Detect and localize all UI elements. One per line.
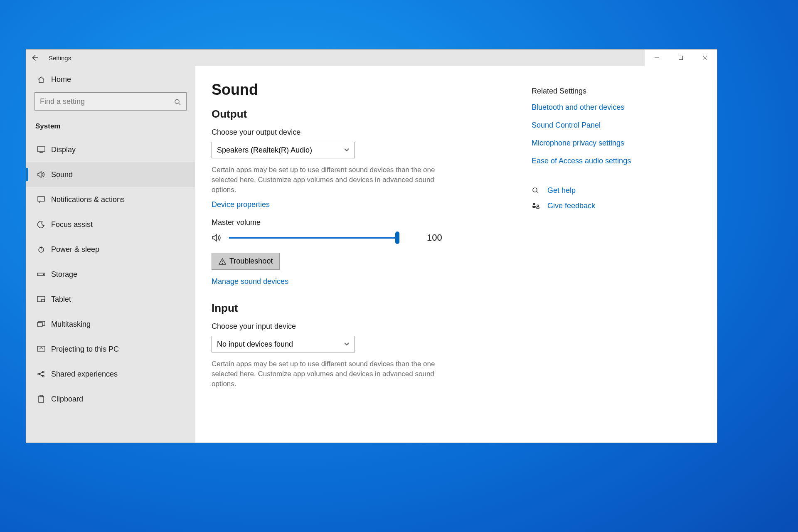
- nav-display[interactable]: Display: [26, 137, 195, 162]
- tablet-icon: [35, 296, 47, 303]
- notifications-icon: [35, 196, 47, 203]
- search-input[interactable]: [34, 92, 187, 111]
- settings-window: Settings Home: [26, 49, 717, 443]
- feedback-icon: [532, 202, 540, 210]
- svg-point-12: [43, 274, 44, 275]
- input-helper: Certain apps may be set up to use differ…: [212, 359, 448, 389]
- chevron-down-icon: [344, 342, 350, 346]
- search-wrap: [26, 89, 195, 116]
- minimize-button[interactable]: [645, 49, 669, 66]
- give-feedback-link[interactable]: Give feedback: [547, 202, 595, 210]
- nav-multitasking[interactable]: Multitasking: [26, 312, 195, 337]
- svg-rect-15: [37, 323, 42, 326]
- nav-tablet[interactable]: Tablet: [26, 287, 195, 312]
- sidebar: Home System Display Sound Notifications …: [26, 66, 195, 443]
- output-device-value: Speakers (Realtek(R) Audio): [217, 146, 312, 155]
- svg-point-25: [222, 263, 223, 264]
- display-icon: [35, 146, 47, 153]
- link-sound-control-panel[interactable]: Sound Control Panel: [532, 121, 665, 130]
- related-heading: Related Settings: [532, 87, 665, 96]
- maximize-button[interactable]: [669, 49, 693, 66]
- nav-label: Power & sleep: [51, 245, 99, 254]
- output-device-dropdown[interactable]: Speakers (Realtek(R) Audio): [212, 142, 355, 158]
- nav-label: Projecting to this PC: [51, 345, 119, 354]
- shared-icon: [35, 370, 47, 378]
- nav-label: Sound: [51, 170, 73, 179]
- nav-clipboard[interactable]: Clipboard: [26, 387, 195, 411]
- moon-icon: [35, 221, 47, 228]
- input-device-value: No input devices found: [217, 340, 293, 349]
- warning-icon: [219, 258, 226, 265]
- back-button[interactable]: [26, 49, 43, 66]
- nav-home-label: Home: [51, 75, 71, 84]
- output-helper: Certain apps may be set up to use differ…: [212, 165, 448, 195]
- svg-line-21: [39, 374, 42, 376]
- arrow-left-icon: [31, 54, 38, 62]
- input-choose-label: Choose your input device: [212, 322, 515, 331]
- svg-point-18: [42, 371, 44, 373]
- close-icon: [702, 55, 707, 60]
- output-choose-label: Choose your output device: [212, 128, 515, 137]
- svg-point-17: [38, 373, 39, 375]
- output-heading: Output: [212, 108, 515, 121]
- troubleshoot-label: Troubleshoot: [229, 257, 273, 266]
- nav-notifications[interactable]: Notifications & actions: [26, 187, 195, 212]
- sidebar-category: System: [26, 116, 195, 137]
- input-heading: Input: [212, 302, 515, 315]
- related-settings: Related Settings Bluetooth and other dev…: [532, 66, 673, 443]
- nav-label: Shared experiences: [51, 370, 118, 379]
- svg-line-20: [39, 372, 42, 374]
- multitasking-icon: [35, 321, 47, 328]
- nav-label: Clipboard: [51, 395, 83, 404]
- titlebar: Settings: [26, 49, 717, 66]
- sound-icon: [35, 171, 47, 178]
- input-device-dropdown[interactable]: No input devices found: [212, 336, 355, 352]
- troubleshoot-button[interactable]: Troubleshoot: [212, 253, 280, 270]
- svg-rect-6: [37, 147, 45, 151]
- nav-home[interactable]: Home: [26, 70, 195, 89]
- svg-point-27: [533, 203, 535, 205]
- get-help-link[interactable]: Get help: [547, 186, 576, 195]
- app-title: Settings: [49, 54, 71, 62]
- nav-sound[interactable]: Sound: [26, 162, 195, 187]
- volume-slider[interactable]: [229, 232, 399, 244]
- chevron-down-icon: [344, 148, 350, 152]
- nav-projecting[interactable]: Projecting to this PC: [26, 337, 195, 362]
- nav-label: Notifications & actions: [51, 195, 125, 204]
- nav-shared-experiences[interactable]: Shared experiences: [26, 362, 195, 387]
- svg-rect-28: [532, 206, 536, 208]
- svg-rect-1: [679, 56, 683, 60]
- nav-storage[interactable]: Storage: [26, 262, 195, 287]
- help-icon: [532, 187, 540, 195]
- master-volume-label: Master volume: [212, 218, 515, 227]
- manage-sound-devices-link[interactable]: Manage sound devices: [212, 277, 288, 286]
- get-help-row: Get help: [532, 186, 665, 195]
- svg-rect-30: [537, 207, 539, 209]
- link-bluetooth[interactable]: Bluetooth and other devices: [532, 103, 665, 112]
- home-icon: [35, 76, 47, 84]
- window-controls: [645, 49, 717, 66]
- slider-thumb[interactable]: [395, 232, 399, 244]
- clipboard-icon: [35, 395, 47, 403]
- svg-rect-16: [37, 346, 45, 351]
- slider-track: [229, 237, 399, 239]
- power-icon: [35, 246, 47, 253]
- nav-label: Storage: [51, 270, 77, 279]
- close-button[interactable]: [693, 49, 717, 66]
- svg-rect-14: [42, 299, 44, 302]
- nav-label: Focus assist: [51, 220, 93, 229]
- link-ease-of-access-audio[interactable]: Ease of Access audio settings: [532, 157, 665, 165]
- page-title: Sound: [212, 81, 515, 99]
- svg-point-19: [42, 375, 44, 377]
- nav-power-sleep[interactable]: Power & sleep: [26, 237, 195, 262]
- link-microphone-privacy[interactable]: Microphone privacy settings: [532, 139, 665, 148]
- nav-label: Tablet: [51, 295, 71, 304]
- volume-value: 100: [427, 232, 442, 243]
- volume-row: 100: [212, 232, 515, 244]
- svg-rect-8: [38, 197, 44, 201]
- storage-icon: [35, 272, 47, 277]
- nav-focus-assist[interactable]: Focus assist: [26, 212, 195, 237]
- nav-label: Display: [51, 145, 76, 154]
- svg-point-29: [537, 205, 539, 207]
- device-properties-link[interactable]: Device properties: [212, 200, 270, 209]
